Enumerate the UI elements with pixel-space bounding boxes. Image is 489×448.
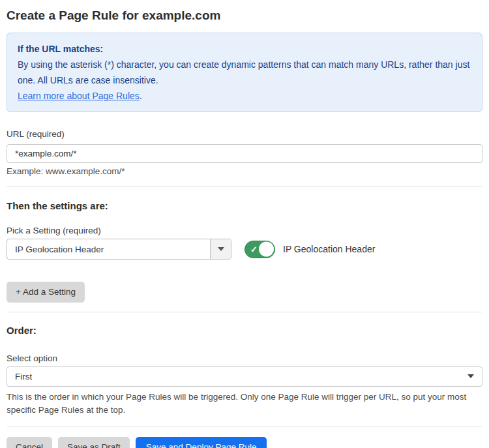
divider (7, 186, 482, 187)
pick-setting-label: Pick a Setting (required) (7, 226, 482, 236)
divider (7, 312, 482, 312)
url-match-info-callout: If the URL matches: By using the asteris… (7, 33, 482, 112)
setting-picker-value: IP Geolocation Header (7, 239, 210, 259)
save-and-deploy-button[interactable]: Save and Deploy Page Rule (136, 437, 267, 448)
chevron-down-icon (218, 247, 224, 251)
order-help-text: This is the order in which your Page Rul… (7, 391, 482, 417)
order-select[interactable]: First (7, 366, 482, 387)
page-title: Create a Page Rule for example.com (7, 8, 482, 23)
check-icon: ✓ (250, 245, 258, 254)
url-field-label: URL (required) (7, 129, 482, 140)
setting-picker-dropdown[interactable]: IP Geolocation Header (7, 239, 231, 260)
save-as-draft-button[interactable]: Save as Draft (58, 437, 130, 448)
ip-geolocation-toggle[interactable]: ✓ (244, 241, 275, 258)
footer-actions: Cancel Save as Draft Save and Deploy Pag… (7, 437, 482, 448)
info-body: By using the asterisk (*) character, you… (18, 57, 471, 88)
learn-more-link[interactable]: Learn more about Page Rules (18, 91, 140, 101)
url-example-hint: Example: www.example.com/* (7, 166, 482, 177)
info-link-line: Learn more about Page Rules. (18, 88, 471, 104)
link-period: . (140, 91, 142, 101)
chevron-down-icon (467, 374, 474, 378)
order-select-label: Select option (7, 353, 482, 364)
setting-picker-dropdown-button[interactable] (210, 239, 231, 259)
create-page-rule-form: Create a Page Rule for example.com If th… (0, 0, 489, 448)
info-heading: If the URL matches: (18, 41, 471, 57)
url-input[interactable] (7, 144, 482, 163)
setting-row: IP Geolocation Header ✓ IP Geolocation H… (7, 239, 482, 260)
cancel-button[interactable]: Cancel (7, 437, 52, 448)
order-section-heading: Order: (7, 325, 482, 336)
add-setting-button[interactable]: + Add a Setting (7, 282, 85, 303)
toggle-knob (259, 242, 274, 257)
toggle-label: IP Geolocation Header (283, 244, 375, 254)
divider (7, 426, 482, 426)
order-select-value: First (15, 372, 32, 381)
settings-section-heading: Then the settings are: (7, 200, 482, 212)
